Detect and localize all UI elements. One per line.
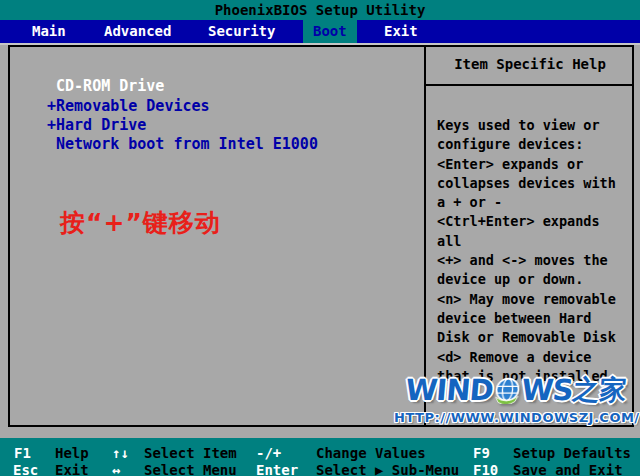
boot-item-label: Network boot from Intel E1000 (56, 135, 318, 153)
boot-item-cdrom-drive[interactable]: CD-ROM Drive (47, 78, 164, 95)
key-f9: F9 (473, 445, 490, 461)
tab-boot[interactable]: Boot (303, 20, 357, 43)
press-plus-annotation: 按“+”键移动 (60, 206, 221, 239)
key-f1: F1 (14, 445, 31, 461)
key-enter: Enter (256, 462, 298, 476)
boot-item-label: Hard Drive (56, 116, 146, 134)
boot-item-removable-devices[interactable]: +Removable Devices (47, 98, 210, 115)
key-updown-arrows: ↑↓ (112, 445, 129, 461)
key-leftright-arrows: ↔ (112, 462, 120, 476)
expand-prefix: + (47, 116, 56, 134)
expand-prefix (47, 135, 56, 153)
help-panel-text: Keys used to view or configure devices: … (437, 116, 633, 386)
label-change-values: Change Values (316, 445, 426, 461)
tab-main[interactable]: Main (32, 20, 66, 43)
tab-exit[interactable]: Exit (384, 20, 418, 43)
boot-item-network-boot[interactable]: Network boot from Intel E1000 (47, 136, 318, 153)
label-setup-defaults: Setup Defaults (513, 445, 631, 461)
expand-prefix (47, 77, 56, 95)
boot-item-label: CD-ROM Drive (56, 77, 164, 95)
tab-security[interactable]: Security (208, 20, 275, 43)
boot-item-label: Removable Devices (56, 97, 210, 115)
menu-bar: Main Advanced Security Boot Exit (0, 20, 640, 43)
help-panel-title: Item Specific Help (426, 45, 634, 86)
key-esc: Esc (13, 462, 38, 476)
label-select-item: Select Item (144, 445, 237, 461)
key-hint-bar: F1 Help ↑↓ Select Item -/+ Change Values… (0, 438, 640, 476)
label-select-menu: Select Menu (144, 462, 237, 476)
label-select-submenu: Select ▶ Sub-Menu (316, 462, 459, 476)
label-exit: Exit (55, 462, 89, 476)
key-minus-plus: -/+ (256, 445, 281, 461)
tab-advanced[interactable]: Advanced (104, 20, 171, 43)
key-f10: F10 (473, 462, 498, 476)
boot-item-hard-drive[interactable]: +Hard Drive (47, 117, 146, 134)
bios-setup-screen: PhoenixBIOS Setup Utility Main Advanced … (0, 0, 640, 476)
panel-divider (424, 45, 426, 427)
title-bar: PhoenixBIOS Setup Utility (0, 0, 640, 20)
expand-prefix: + (47, 97, 56, 115)
label-save-and-exit: Save and Exit (513, 462, 623, 476)
label-help: Help (55, 445, 89, 461)
